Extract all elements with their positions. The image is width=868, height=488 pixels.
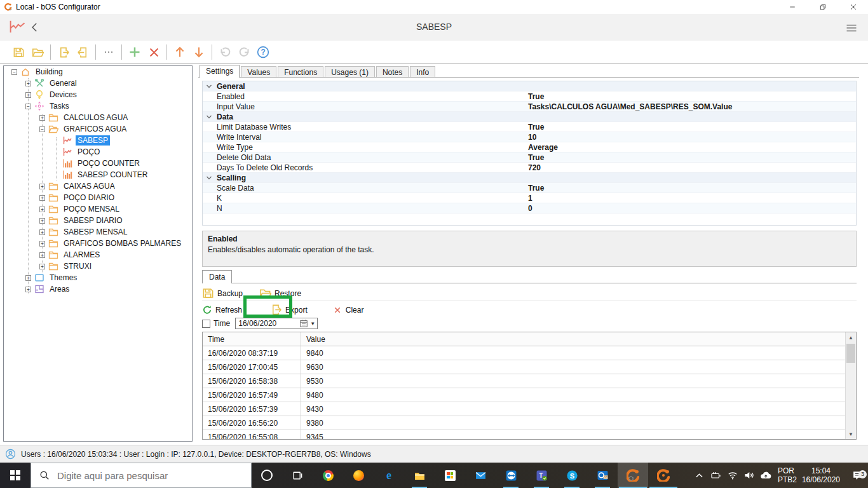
tree-item-building[interactable]: −Building bbox=[4, 66, 192, 78]
start-button[interactable] bbox=[0, 463, 31, 488]
onedrive-icon[interactable] bbox=[757, 470, 774, 481]
setting-value[interactable]: Tasks\CALCULOS AGUA\Med_SABESP\RES_SOM.V… bbox=[528, 102, 732, 111]
tree-item-graficos-bombas-palmares[interactable]: +GRAFICOS BOMBAS PALMARES bbox=[4, 238, 192, 249]
refresh-button[interactable]: Refresh bbox=[202, 305, 242, 315]
tree-item-alarmes[interactable]: +ALARMES bbox=[4, 249, 192, 261]
hamburger-menu-button[interactable] bbox=[845, 22, 859, 34]
taskbar-bos-client-button[interactable] bbox=[648, 463, 679, 488]
chevron-down-icon[interactable] bbox=[206, 114, 212, 119]
tab-settings[interactable]: Settings bbox=[200, 65, 240, 78]
table-row[interactable]: 15/06/2020 16:57:399430 bbox=[203, 402, 856, 416]
taskbar-teams-button[interactable]: T bbox=[526, 463, 557, 488]
expand-icon[interactable]: + bbox=[25, 275, 31, 281]
setting-value[interactable]: True bbox=[528, 153, 544, 162]
taskbar-skype-button[interactable]: S bbox=[557, 463, 587, 488]
backup-button[interactable]: Backup bbox=[202, 287, 243, 299]
taskbar-edge-button[interactable]: e bbox=[374, 463, 404, 488]
toolbar-open-button[interactable] bbox=[28, 43, 47, 61]
column-header-time[interactable]: Time bbox=[203, 332, 301, 346]
tree-item-po-o-mensal[interactable]: +POÇO MENSAL bbox=[4, 203, 192, 215]
tab-notes[interactable]: Notes bbox=[376, 66, 409, 78]
action-center-button[interactable]: 3 bbox=[846, 470, 868, 481]
tray-expand-icon[interactable] bbox=[691, 471, 708, 480]
taskbar-search[interactable] bbox=[31, 463, 252, 488]
expand-icon[interactable]: + bbox=[39, 252, 45, 258]
taskbar-firefox-button[interactable] bbox=[343, 463, 374, 488]
task-view-button[interactable] bbox=[282, 463, 313, 488]
setting-value[interactable]: True bbox=[528, 123, 544, 132]
search-input[interactable] bbox=[56, 470, 251, 482]
tree-item-sabesp-mensal[interactable]: +SABESP MENSAL bbox=[4, 226, 192, 238]
setting-value[interactable]: True bbox=[528, 92, 544, 101]
settings-group-scalling[interactable]: Scalling bbox=[203, 173, 856, 183]
tree-item-themes[interactable]: +Themes bbox=[4, 272, 192, 283]
setting-row-input-value[interactable]: Input ValueTasks\CALCULOS AGUA\Med_SABES… bbox=[203, 102, 856, 112]
tree-item-tasks[interactable]: −Tasks bbox=[4, 100, 192, 112]
collapse-icon[interactable]: − bbox=[25, 104, 31, 109]
toolbar-import-button[interactable] bbox=[73, 43, 92, 61]
settings-group-data[interactable]: Data bbox=[203, 112, 856, 122]
setting-row-enabled[interactable]: EnabledTrue bbox=[203, 92, 856, 102]
tab-usages-1-[interactable]: Usages (1) bbox=[325, 66, 375, 78]
taskbar-store-button[interactable] bbox=[435, 463, 465, 488]
setting-row-days-to-delete-old-records[interactable]: Days To Delete Old Records720 bbox=[203, 163, 856, 173]
toolbar-redo-button[interactable] bbox=[234, 43, 254, 61]
setting-value[interactable]: 720 bbox=[528, 163, 541, 172]
expand-icon[interactable]: + bbox=[39, 264, 45, 269]
toolbar-undo-button[interactable] bbox=[215, 43, 234, 61]
setting-row-k[interactable]: K1 bbox=[203, 193, 856, 203]
expand-icon[interactable]: + bbox=[25, 287, 31, 292]
table-row[interactable]: 15/06/2020 16:58:389530 bbox=[203, 374, 856, 388]
setting-value[interactable]: Average bbox=[528, 143, 558, 152]
expand-icon[interactable]: + bbox=[39, 207, 45, 212]
setting-row-limit-database-writes[interactable]: Limit Database WritesTrue bbox=[203, 122, 856, 132]
tree-item-general[interactable]: +General bbox=[4, 78, 192, 89]
wifi-icon[interactable] bbox=[724, 470, 741, 480]
tree-item-devices[interactable]: +Devices bbox=[4, 89, 192, 100]
table-row[interactable]: 16/06/2020 08:37:199840 bbox=[203, 346, 856, 360]
toolbar-export-button[interactable] bbox=[54, 43, 73, 61]
expand-icon[interactable]: + bbox=[39, 218, 45, 224]
tree-item-graficos-agua[interactable]: −GRAFICOS AGUA bbox=[4, 123, 192, 135]
scroll-thumb[interactable] bbox=[846, 344, 855, 363]
chevron-down-icon[interactable] bbox=[206, 84, 212, 89]
expand-icon[interactable]: + bbox=[39, 184, 45, 189]
close-button[interactable] bbox=[839, 0, 868, 14]
tree-item-sabesp-diario[interactable]: +SABESP DIARIO bbox=[4, 215, 192, 226]
expand-icon[interactable]: + bbox=[39, 115, 45, 121]
toolbar-delete-button[interactable] bbox=[144, 43, 163, 61]
collapse-icon[interactable]: − bbox=[11, 69, 17, 75]
column-header-value[interactable]: Value bbox=[301, 335, 856, 344]
tree-item-sabesp-counter[interactable]: SABESP COUNTER bbox=[4, 169, 192, 180]
toolbar-help-button[interactable]: ? bbox=[254, 43, 273, 61]
table-row[interactable]: 15/06/2020 16:56:209380 bbox=[203, 416, 856, 430]
scroll-down-icon[interactable]: ▼ bbox=[846, 429, 856, 439]
toolbar-move-down-button[interactable] bbox=[189, 43, 208, 61]
expand-icon[interactable]: + bbox=[39, 195, 45, 201]
dropdown-arrow-icon[interactable]: ▼ bbox=[310, 321, 315, 327]
tree-item-sabesp[interactable]: SABESP bbox=[4, 135, 192, 146]
tree-item-po-o-counter[interactable]: POÇO COUNTER bbox=[4, 158, 192, 169]
tab-data[interactable]: Data bbox=[202, 270, 232, 283]
taskbar-outlook-button[interactable] bbox=[587, 463, 618, 488]
volume-icon[interactable] bbox=[741, 470, 757, 480]
table-scrollbar[interactable]: ▲ ▼ bbox=[845, 332, 856, 439]
date-picker-input[interactable]: 16/06/2020 ▼ bbox=[235, 318, 318, 329]
toolbar-move-up-button[interactable] bbox=[170, 43, 189, 61]
tree-item-struxi[interactable]: +STRUXI bbox=[4, 261, 192, 272]
tree-item-po-o-diario[interactable]: +POÇO DIARIO bbox=[4, 192, 192, 203]
tree-item-areas[interactable]: +Areas bbox=[4, 283, 192, 295]
setting-row-delete-old-data[interactable]: Delete Old DataTrue bbox=[203, 152, 856, 163]
taskbar-teamviewer-button[interactable] bbox=[496, 463, 526, 488]
settings-group-general[interactable]: General bbox=[203, 81, 856, 92]
table-row[interactable]: 15/06/2020 17:00:459630 bbox=[203, 360, 856, 374]
table-row[interactable]: 15/06/2020 16:55:089345 bbox=[203, 430, 856, 440]
language-indicator[interactable]: POR PTB2 bbox=[778, 466, 797, 484]
setting-row-scale-data[interactable]: Scale DataTrue bbox=[203, 183, 856, 193]
minimize-button[interactable] bbox=[778, 0, 807, 14]
toolbar-save-button[interactable] bbox=[9, 43, 28, 61]
tree-item-po-o[interactable]: POÇO bbox=[4, 146, 192, 158]
tab-functions[interactable]: Functions bbox=[278, 66, 323, 78]
tree-item-caixas-agua[interactable]: +CAIXAS AGUA bbox=[4, 180, 192, 192]
expand-icon[interactable]: + bbox=[39, 229, 45, 235]
